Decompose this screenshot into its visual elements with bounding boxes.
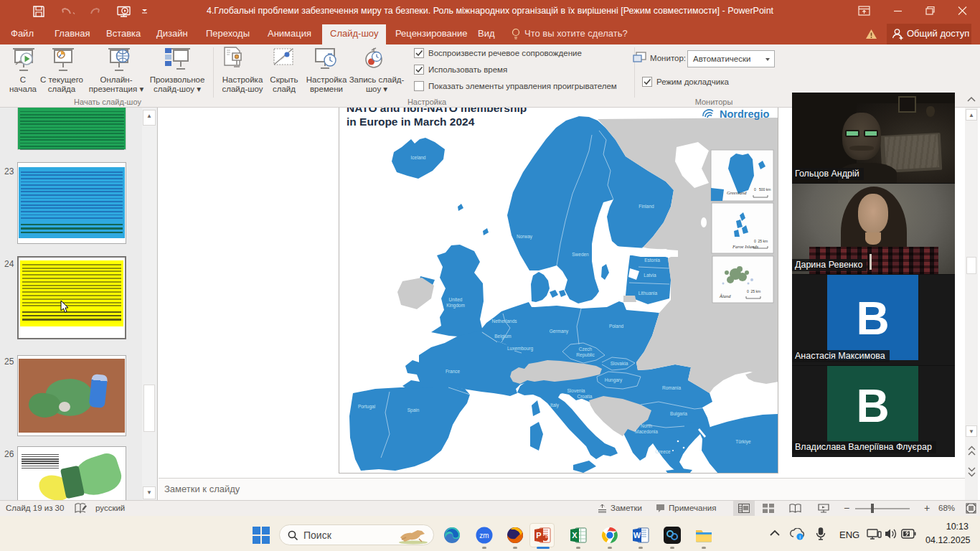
svg-text:P: P — [536, 531, 541, 540]
svg-text:Poland: Poland — [609, 324, 624, 329]
svg-text:North: North — [641, 423, 652, 428]
svg-text:Bulgaria: Bulgaria — [670, 411, 687, 417]
svg-text:0 500 km: 0 500 km — [754, 187, 771, 192]
svg-text:0 25 km: 0 25 km — [754, 239, 768, 243]
svg-text:Belgium: Belgium — [494, 334, 511, 339]
svg-text:zm: zm — [479, 532, 489, 540]
svg-text:Iceland: Iceland — [411, 155, 426, 160]
svg-text:Spain: Spain — [407, 408, 420, 413]
svg-text:Lithuania: Lithuania — [639, 291, 658, 296]
svg-text:Sweden: Sweden — [572, 252, 589, 257]
svg-text:Greenland: Greenland — [727, 190, 747, 195]
svg-text:Estonia: Estonia — [644, 258, 660, 263]
svg-text:France: France — [446, 369, 461, 374]
svg-text:Kingdom: Kingdom — [446, 303, 465, 309]
svg-text:Slovakia: Slovakia — [611, 361, 628, 366]
svg-text:Hungary: Hungary — [605, 377, 623, 383]
svg-text:Finland: Finland — [639, 204, 654, 209]
svg-text:Macedonia: Macedonia — [635, 429, 658, 434]
svg-text:Slovenia: Slovenia — [567, 388, 585, 393]
svg-text:Luxembourg: Luxembourg — [507, 346, 534, 352]
svg-text:Latvia: Latvia — [644, 273, 656, 278]
svg-text:Romania: Romania — [662, 385, 681, 390]
svg-text:Portugal: Portugal — [358, 404, 376, 410]
svg-text:Republic: Republic — [576, 352, 595, 358]
svg-text:Netherlands: Netherlands — [491, 319, 517, 324]
svg-text:Türkiye: Türkiye — [735, 439, 751, 445]
svg-text:Croatia: Croatia — [578, 394, 593, 399]
svg-text:Nordregio: Nordregio — [720, 108, 769, 120]
svg-text:Norway: Norway — [517, 234, 533, 240]
svg-text:0 25 km: 0 25 km — [747, 289, 760, 293]
svg-text:X: X — [572, 531, 578, 540]
svg-text:Czech: Czech — [579, 347, 593, 352]
svg-text:United: United — [449, 297, 463, 302]
svg-text:Greece: Greece — [655, 449, 671, 454]
svg-text:Italy: Italy — [550, 402, 560, 408]
svg-text:W: W — [633, 531, 641, 540]
svg-text:Germany: Germany — [550, 329, 569, 334]
svg-text:Åland: Åland — [719, 293, 731, 298]
